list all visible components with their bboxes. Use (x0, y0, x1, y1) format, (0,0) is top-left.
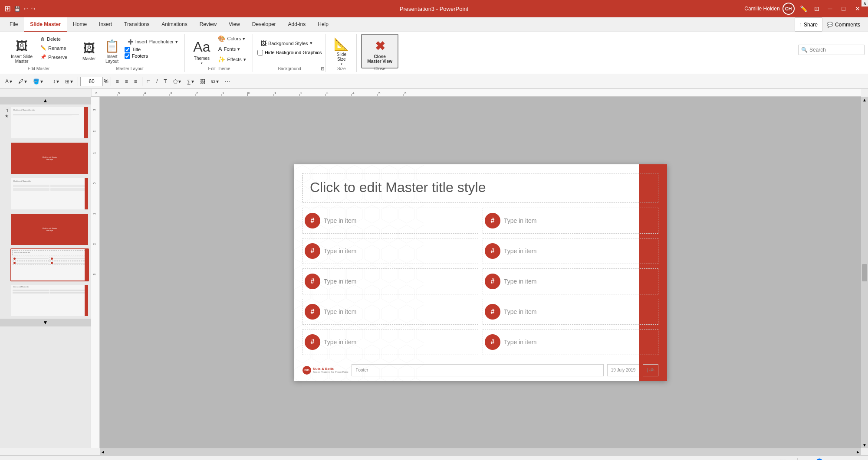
scroll-left-button[interactable]: ◄ (100, 449, 106, 455)
slide-item-5-1[interactable]: # Type in item (302, 329, 478, 355)
zoom-input[interactable] (80, 77, 103, 86)
maximize-button[interactable]: □ (838, 4, 849, 13)
equation-button[interactable]: ∑▾ (184, 77, 197, 86)
zoom-in-button[interactable]: + (847, 459, 850, 460)
slide-thumbnail-5[interactable]: Click to edit Master title (2, 248, 89, 281)
slide-item-2-2[interactable]: # Type in item (483, 238, 658, 264)
footer-page-box[interactable]: | ‹#› (643, 364, 658, 376)
insert-placeholder-button[interactable]: ➕ Insert Placeholder ▾ (125, 38, 181, 46)
align-left-button[interactable]: ≡ (113, 77, 122, 86)
tab-slide-master[interactable]: Slide Master (24, 17, 67, 32)
fill-button[interactable]: 🪣▾ (30, 77, 46, 86)
slide-thumbnail-2[interactable]: Click to edit Mastertitle style (2, 142, 89, 175)
tab-view[interactable]: View (223, 17, 246, 32)
insert-layout-button[interactable]: 📋 InsertLayout (101, 34, 124, 69)
quick-access-save[interactable]: 💾 (14, 6, 20, 12)
tab-help[interactable]: Help (312, 17, 335, 32)
search-input[interactable] (809, 47, 861, 53)
pen-icon[interactable]: ✏️ (800, 5, 807, 12)
image-button[interactable]: 🖼 (197, 77, 208, 86)
slideshow-button[interactable]: ▶ (790, 459, 794, 460)
tab-animations[interactable]: Animations (155, 17, 193, 32)
master-button[interactable]: 🖼 Master (79, 34, 100, 69)
fonts-button[interactable]: A Fonts ▾ (215, 44, 249, 54)
quick-access-undo[interactable]: ↩ (24, 6, 28, 12)
tab-insert[interactable]: Insert (93, 17, 118, 32)
footers-checkbox-label[interactable]: Footers (125, 53, 181, 59)
reading-view-button[interactable]: 📖 (780, 459, 786, 460)
grid-button[interactable]: ⊞▾ (62, 77, 76, 86)
slide-thumbnail-6[interactable]: Click to edit Master title (2, 284, 89, 317)
slide-item-5-2[interactable]: # Type in item (483, 329, 658, 355)
share-button[interactable]: ↑Share (795, 17, 822, 32)
slide-item-4-2[interactable]: # Type in item (483, 299, 658, 325)
scroll-thumb-right[interactable] (862, 264, 867, 281)
quick-access-redo[interactable]: ↪ (31, 6, 35, 12)
slide-thumb-3[interactable]: Click to edit Master title (10, 177, 89, 210)
more-button[interactable]: ⋯ (222, 77, 233, 86)
tab-file[interactable]: File (3, 17, 24, 32)
slide-thumb-6[interactable]: Click to edit Master title (10, 284, 89, 317)
font-color-button[interactable]: A▾ (3, 77, 15, 86)
minimize-button[interactable]: ─ (825, 4, 836, 13)
colors-button[interactable]: 🎨 Colors ▾ (215, 34, 249, 43)
highlight-button[interactable]: 🖍▾ (16, 77, 30, 86)
slide-item-3-2[interactable]: # Type in item (483, 268, 658, 294)
tab-home[interactable]: Home (67, 17, 93, 32)
rename-button[interactable]: ✏️ Rename (37, 44, 70, 52)
scrollbar-bottom[interactable]: ◄ ► (100, 448, 861, 455)
title-checkbox-label[interactable]: Title (125, 47, 181, 52)
hide-bg-graphics-checkbox[interactable] (257, 50, 263, 55)
slide-item-1-2[interactable]: # Type in item (483, 208, 658, 234)
slide-thumbnail-1[interactable]: 1★ Click to edit Master title style (2, 106, 89, 139)
zoom-out-button[interactable]: ─ (801, 459, 805, 460)
sidebar-scroll-up[interactable]: ▲ (0, 97, 91, 104)
tab-developer[interactable]: Developer (246, 17, 282, 32)
hide-bg-graphics-label[interactable]: Hide Background Graphics (257, 50, 322, 55)
sort-button[interactable]: ↕▾ (50, 77, 62, 86)
slide-size-button[interactable]: 📐 SlideSize ▾ (330, 34, 353, 69)
tab-review[interactable]: Review (194, 17, 223, 32)
slide-sorter-button[interactable]: ⊞ (772, 459, 776, 460)
line-button[interactable]: / (154, 77, 160, 86)
comments-button[interactable]: 💬Comments (822, 17, 865, 32)
tab-transitions[interactable]: Transitions (118, 17, 155, 32)
footer-center-box[interactable]: Footer (352, 364, 603, 376)
slide-thumbnail-4[interactable]: Click to edit Mastertitle style (2, 213, 89, 246)
slide-item-1-1[interactable]: # Type in item (302, 208, 478, 234)
themes-button[interactable]: Aa Themes ▾ (189, 35, 214, 69)
tab-add-ins[interactable]: Add-ins (282, 17, 312, 32)
layout-icon[interactable]: ⊡ (814, 5, 819, 12)
background-styles-button[interactable]: 🖼 Background Styles ▾ (257, 39, 322, 48)
preserve-button[interactable]: 📌 Preserve (37, 53, 70, 61)
slide-item-2-1[interactable]: # Type in item (302, 238, 478, 264)
slide-thumbnail-3[interactable]: Click to edit Master title (2, 177, 89, 210)
scrollbar-right[interactable]: ▲ ▼ (861, 97, 868, 448)
slide-thumb-4[interactable]: Click to edit Mastertitle style (10, 213, 89, 246)
ribbon-expand-button[interactable]: ∧ (861, 0, 868, 7)
border-button[interactable]: □ (145, 77, 153, 86)
footer-date-box[interactable]: 19 July 2019 (607, 364, 640, 376)
slide-thumb-1[interactable]: Click to edit Master title style (10, 106, 89, 139)
delete-button[interactable]: 🗑 Delete (37, 35, 70, 43)
footers-checkbox[interactable] (125, 53, 130, 59)
close-master-view-button[interactable]: ✖ CloseMaster View (361, 34, 398, 69)
zoom-slider[interactable] (809, 458, 843, 460)
scroll-up-button[interactable]: ▲ (861, 97, 868, 103)
insert-slide-master-button[interactable]: 🖼 Insert SlideMaster (7, 34, 36, 69)
text-box-button[interactable]: T (161, 77, 169, 86)
slide-thumb-5[interactable]: Click to edit Master title (10, 248, 89, 281)
arrange-button[interactable]: ⧉▾ (209, 77, 221, 86)
normal-view-button[interactable]: ⊡ (764, 459, 769, 460)
slide-thumb-2[interactable]: Click to edit Mastertitle style (10, 142, 89, 175)
shapes-button[interactable]: ⬠▾ (171, 77, 184, 86)
scroll-right-button[interactable]: ► (855, 449, 861, 455)
scroll-down-button[interactable]: ▼ (861, 442, 868, 448)
slide-title-area[interactable]: Click to edit Master title style (302, 173, 658, 202)
slide-item-3-1[interactable]: # Type in item (302, 268, 478, 294)
align-right-button[interactable]: ≡ (132, 77, 140, 86)
effects-button[interactable]: ✨ Effects ▾ (215, 55, 249, 64)
sidebar-scroll-down[interactable]: ▼ (0, 319, 91, 326)
search-box[interactable]: 🔍 (798, 45, 865, 55)
font-color-dropdown[interactable]: ▾ (10, 78, 12, 85)
